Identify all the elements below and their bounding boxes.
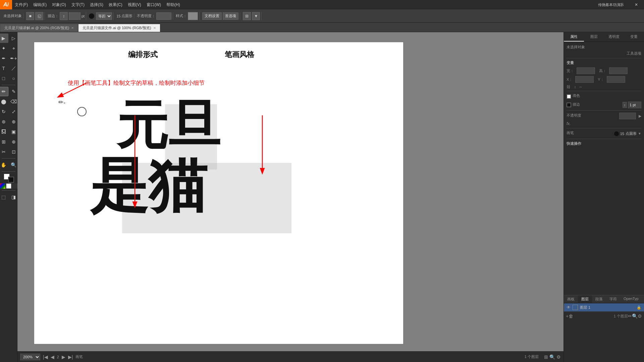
rp-y-input[interactable] [607,76,625,83]
add-anchor-icon[interactable]: ✒+ [9,54,18,63]
rpanel-tab-variables[interactable]: 变量 [624,32,644,42]
stroke-weight-input[interactable]: 1 [69,12,80,20]
layers-count-label: 1 个图层 [614,314,628,319]
nav-first-btn[interactable]: |◀ [43,354,48,360]
nav-last-btn[interactable]: ▶| [68,354,73,360]
menu-effects[interactable]: 效果(C) [106,0,125,9]
warp-icon[interactable]: ⊛ [0,117,8,126]
rp-fill-swatch[interactable] [567,94,571,99]
gradient-icon[interactable]: ▣ [9,127,18,136]
magic-wand-icon[interactable]: ✦ [0,44,8,53]
rp-stroke-weight-input[interactable] [628,102,641,108]
rpanel-tab-properties[interactable]: 属性 [564,32,584,42]
settings-btn[interactable]: ⚙ [556,354,561,360]
tab-0[interactable]: 元旦是只猫讲解.ai @ 200% (RGB/预览) ✕ [0,24,78,32]
special-tool-2[interactable]: ◨ [9,192,18,202]
nav-next-btn[interactable]: ▶ [62,354,65,360]
hand-tool-icon[interactable]: ✋ [0,160,8,170]
arrange-icon[interactable]: ⊞ [243,12,251,20]
rpanel-tab-transparency[interactable]: 透明度 [604,32,624,42]
layer-eye-icon[interactable]: 👁 [567,305,571,310]
type-tool-icon[interactable]: T [0,64,8,73]
nav-prev-btn[interactable]: ◀ [51,354,54,360]
special-tool-1[interactable]: ⬚ [0,192,8,202]
layer-lock-icon[interactable]: 🔒 [637,305,641,310]
pencil-tool-icon[interactable]: ✎ [9,87,18,96]
artboard-icon[interactable]: ⊡ [9,147,18,157]
layers-tab-artboard[interactable]: 画板 [564,295,578,303]
menu-edit[interactable]: 编辑(E) [31,0,49,9]
tab-1[interactable]: 元旦是只猫源文件.ai @ 100% (RGB/预览) ✕ [78,24,160,32]
rp-fx-label[interactable]: fx. [567,121,571,126]
stroke-weight-group: 描边： ↕ 1 pt [46,12,86,20]
line-tool-icon[interactable]: ／ [9,64,18,73]
rp-stroke-swatch[interactable] [567,103,571,107]
ellipse-tool-icon[interactable]: ○ [9,74,18,83]
minimize-button[interactable]: — [598,0,613,9]
menu-window[interactable]: 窗口(W) [144,0,164,9]
blob-brush-icon[interactable]: ⬤ [0,97,8,106]
layers-tab-layers[interactable]: 图层 [578,295,592,303]
zoom-tool-icon[interactable]: 🔍 [9,160,18,170]
paintbrush-tool-icon[interactable]: ✏ [0,87,8,96]
menu-help[interactable]: 帮助(H) [164,0,183,9]
warp2-icon[interactable]: ⊕ [9,117,18,126]
tab-0-close[interactable]: ✕ [71,26,74,30]
scissors-icon[interactable]: ✂ [0,147,8,157]
edit-canvas-btn[interactable]: ✏ [628,313,632,319]
menu-object[interactable]: 对象(O) [49,0,68,9]
color-mode-icon[interactable] [0,183,5,189]
eraser-icon[interactable]: ⌫ [9,97,18,106]
stroke-swatch[interactable] [8,177,14,183]
menu-view[interactable]: 视图(V) [125,0,144,9]
layers-tab-paragraph[interactable]: 段落 [592,295,606,303]
delete-layer-btn[interactable]: 🗑 [569,313,573,319]
menu-file[interactable]: 文件(F) [12,0,31,9]
menu-select[interactable]: 选择(S) [87,0,106,9]
pen-tool-icon[interactable]: ✒ [0,54,8,63]
rp-width-input[interactable] [577,67,595,74]
rp-height-input[interactable] [609,67,628,74]
eyedropper-icon[interactable]: ⛾ [0,127,8,136]
maximize-button[interactable]: □ [613,0,629,9]
canvas-area[interactable]: 编排形式 笔画风格 使用【画笔工具】绘制文字的草稿，绘制时添加小细节 ✏+ [17,32,564,362]
arrange-down-icon[interactable]: ▼ [252,12,260,20]
find-replace-btn[interactable]: 🔍 [632,313,638,319]
rp-stroke-weight-up[interactable]: ↕ [623,102,627,108]
arrange-view-btn[interactable]: ⊞ [544,354,548,360]
scale-icon[interactable]: ⤢ [9,107,18,116]
stroke-corner-icon[interactable]: ◱ [35,12,43,20]
stroke-style-select[interactable]: 等距 [96,12,112,20]
selection-tool-icon[interactable]: ▶ [0,34,8,43]
rotate-icon[interactable]: ↻ [0,107,8,116]
stroke-square-icon[interactable]: ■ [26,12,34,20]
tab-1-close[interactable]: ✕ [153,26,156,30]
close-button[interactable]: ✕ [629,0,644,9]
layer-thumb[interactable] [573,305,578,310]
menu-text[interactable]: 文字(T) [69,0,87,9]
layers-tab-char[interactable]: 字符 [606,295,620,303]
stroke-up-icon[interactable]: ↕ [60,12,68,20]
style-swatch[interactable] [188,12,198,20]
rpanel-tab-layers[interactable]: 图层 [584,32,604,42]
direct-selection-tool-icon[interactable]: ▷ [9,34,18,43]
none-icon[interactable] [6,183,11,189]
doc-setup-button[interactable]: 文档设置 [202,12,222,20]
rp-brush-expand[interactable]: ▼ [638,132,641,135]
layer-row-0[interactable]: 👁 图层 1 🔒 [564,303,644,312]
settings-layers-btn[interactable]: ⚙ [638,313,642,319]
layers-tab-opentype[interactable]: OpenTyp [620,295,642,303]
blend-icon[interactable]: ⊕ [9,137,18,146]
lasso-icon[interactable]: ⌖ [9,44,18,53]
rp-opacity-arrow[interactable]: ▶ [639,114,641,118]
add-layer-btn[interactable]: + [566,313,569,319]
search-btn[interactable]: 🔍 [549,354,555,360]
opacity-input[interactable]: 100% [156,12,171,20]
rp-opacity-input[interactable]: 100% [619,113,636,119]
rp-x-input[interactable] [575,76,594,83]
first-select-button[interactable]: 首选项 [223,12,238,20]
zoom-select[interactable]: 200% [20,354,40,360]
rect-tool-icon[interactable]: □ [0,74,8,83]
black-icon[interactable] [12,183,17,189]
mesh-icon[interactable]: ⊞ [0,137,8,146]
